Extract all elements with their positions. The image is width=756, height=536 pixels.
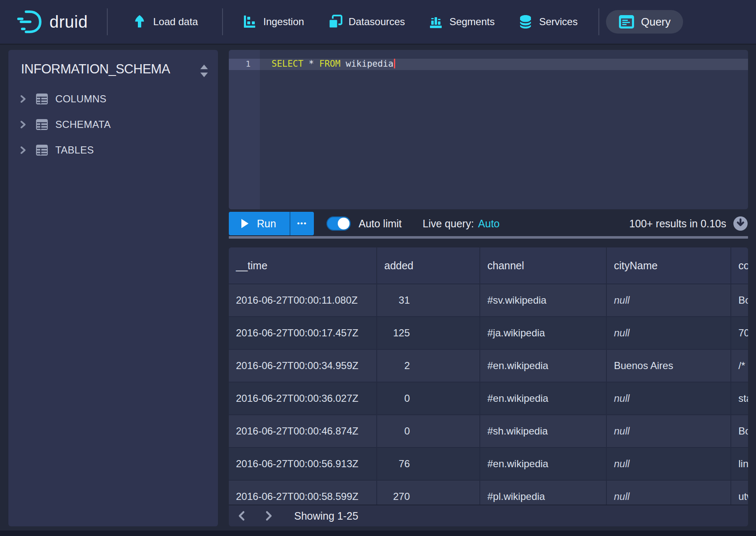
tree-item-tables[interactable]: TABLES: [8, 137, 218, 163]
auto-limit-toggle[interactable]: [326, 216, 351, 231]
cell-cityname: Buenos Aires: [607, 350, 731, 382]
druid-brand[interactable]: druid: [17, 9, 88, 35]
query-workbench: 1 SELECT * FROM wikipedia Run •••: [229, 50, 748, 526]
sql-code-line: SELECT * FROM wikipedia: [260, 59, 395, 70]
column-header-channel[interactable]: channel: [480, 247, 607, 284]
bottom-shadow-strip: [0, 531, 756, 536]
schema-sidebar: INFORMATION_SCHEMA: [8, 50, 218, 526]
sql-editor[interactable]: 1 SELECT * FROM wikipedia: [229, 50, 748, 209]
live-query-label: Live query:: [423, 218, 474, 230]
table-row: 2016-06-27T00:00:36.027Z 0 #en.wikipedia…: [229, 382, 748, 414]
brand-wordmark: druid: [49, 13, 88, 31]
segments-bars-icon: [428, 14, 443, 29]
cell-comment: Bot: [731, 415, 748, 447]
table-row: 2016-06-27T00:00:11.080Z 31 #sv.wikipedi…: [229, 284, 748, 316]
cell-added: 76: [377, 448, 480, 480]
cell-cityname: null: [607, 284, 731, 316]
nav-label: Load data: [153, 16, 198, 28]
cell-comment: sta: [731, 382, 748, 414]
navbar-divider: [222, 8, 223, 35]
results-header-row: __time added channel cityName comment: [229, 247, 748, 284]
sql-keyword: FROM: [319, 59, 341, 69]
cell-channel: #ja.wikipedia: [480, 317, 607, 349]
upload-icon: [132, 14, 147, 29]
cell-time: 2016-06-27T00:00:36.027Z: [229, 382, 377, 414]
druid-logo-icon: [17, 9, 43, 35]
nav-item-load-data[interactable]: Load data: [132, 14, 198, 29]
auto-limit-label: Auto limit: [359, 218, 402, 230]
column-header-added[interactable]: added: [377, 247, 480, 284]
results-panel: __time added channel cityName comment 20…: [229, 247, 748, 526]
cell-channel: #sh.wikipedia: [480, 415, 607, 447]
results-summary: 100+ results in 0.10s: [629, 218, 726, 230]
column-header-time[interactable]: __time: [229, 247, 377, 284]
cell-cityname: null: [607, 317, 731, 349]
tree-item-label: TABLES: [55, 144, 94, 156]
cell-channel: #en.wikipedia: [480, 350, 607, 382]
play-icon: [241, 219, 249, 228]
chevron-right-icon: [263, 510, 274, 521]
run-more-button[interactable]: •••: [290, 212, 314, 235]
tree-item-schemata[interactable]: SCHEMATA: [8, 112, 218, 137]
cell-added: 125: [377, 317, 480, 349]
tree-item-label: SCHEMATA: [55, 119, 111, 130]
navbar-divider: [107, 8, 108, 35]
table-icon: [36, 119, 48, 130]
schema-title: INFORMATION_SCHEMA: [8, 50, 218, 77]
prev-page-button[interactable]: [236, 510, 247, 521]
nav-item-services[interactable]: Services: [518, 14, 577, 29]
next-page-button[interactable]: [263, 510, 274, 521]
cell-cityname: null: [607, 382, 731, 414]
nav-item-datasources[interactable]: Datasources: [328, 14, 405, 29]
sql-identifier: wikipedia: [346, 59, 394, 69]
run-toolbar: Run ••• Auto limit Live query: Auto 100+…: [229, 212, 748, 235]
cell-channel: #en.wikipedia: [480, 448, 607, 480]
run-button[interactable]: Run: [229, 212, 290, 235]
column-header-comment[interactable]: comment: [731, 247, 748, 284]
chevron-left-icon: [236, 510, 247, 521]
run-button-group: Run •••: [229, 212, 314, 235]
live-query-value[interactable]: Auto: [478, 218, 500, 230]
double-caret-vertical-icon: [199, 63, 210, 78]
nav-item-query-active[interactable]: Query: [606, 10, 683, 34]
nav-item-segments[interactable]: Segments: [428, 14, 495, 29]
run-button-label: Run: [257, 218, 276, 230]
cell-added: 31: [377, 284, 480, 316]
druid-console: druid Load data Ingestion: [0, 0, 756, 536]
cell-time: 2016-06-27T00:00:56.913Z: [229, 448, 377, 480]
navbar-divider: [598, 8, 599, 35]
column-header-cityname[interactable]: cityName: [607, 247, 731, 284]
cell-time: 2016-06-27T00:00:46.874Z: [229, 415, 377, 447]
table-icon: [36, 144, 48, 156]
cell-cityname: null: [607, 415, 731, 447]
top-navbar: druid Load data Ingestion: [0, 0, 756, 44]
nav-label: Query: [641, 16, 671, 29]
nav-item-ingestion[interactable]: Ingestion: [242, 14, 304, 29]
query-progress-bar: [229, 236, 748, 239]
download-circle-icon: [733, 216, 748, 231]
cell-added: 0: [377, 415, 480, 447]
cell-comment: 70:: [731, 317, 748, 349]
cell-time: 2016-06-27T00:00:17.457Z: [229, 317, 377, 349]
showing-range-label: Showing 1-25: [294, 510, 358, 522]
line-number: 1: [229, 59, 251, 70]
nav-label: Ingestion: [263, 16, 304, 28]
cell-cityname: null: [607, 448, 731, 480]
sql-operator: *: [309, 59, 314, 69]
tree-item-columns[interactable]: COLUMNS: [8, 86, 218, 112]
table-icon: [36, 93, 48, 105]
cell-comment: link: [731, 448, 748, 480]
download-results-button[interactable]: [733, 216, 748, 231]
table-row: 2016-06-27T00:00:56.913Z 76 #en.wikipedi…: [229, 447, 748, 480]
table-row: 2016-06-27T00:00:17.457Z 125 #ja.wikiped…: [229, 316, 748, 349]
datasources-layers-icon: [328, 14, 343, 29]
chevron-right-icon: [19, 146, 27, 154]
toggle-knob: [338, 218, 350, 229]
table-row: 2016-06-27T00:00:46.874Z 0 #sh.wikipedia…: [229, 414, 748, 447]
sql-keyword: SELECT: [272, 59, 303, 69]
cell-channel: #en.wikipedia: [480, 382, 607, 414]
pagination-footer: Showing 1-25: [229, 505, 748, 526]
sort-schema-button[interactable]: [199, 63, 210, 78]
nav-label: Datasources: [349, 16, 405, 28]
query-console-icon: [619, 14, 634, 30]
